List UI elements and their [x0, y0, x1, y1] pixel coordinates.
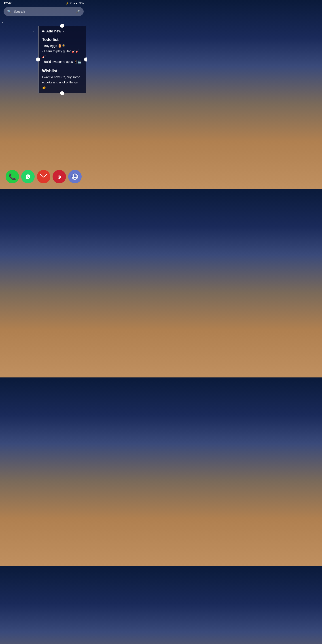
email-svg — [40, 174, 47, 179]
svg-rect-3 — [58, 174, 60, 175]
search-bar[interactable]: 🔍 Search 🎤 — [4, 7, 84, 16]
svg-point-5 — [58, 176, 60, 178]
wishlist-title: Wishlist — [42, 69, 82, 73]
add-new-button[interactable]: Add new » — [42, 29, 82, 33]
signal-icon: ▲▲ — [73, 2, 78, 4]
todo-item-2: - Learn to play guitar 🎸🎸🎸 — [42, 49, 82, 60]
search-placeholder: Search — [14, 10, 74, 14]
location-icon: ▼ — [70, 2, 72, 4]
dock-whatsapp-icon[interactable] — [21, 170, 35, 183]
dock: 📞 — [0, 166, 87, 189]
wishlist-section: Wishlist I want a new PC, buy some ebook… — [42, 69, 82, 90]
clock: 12:47 — [4, 1, 12, 5]
resize-handle-top[interactable] — [60, 24, 64, 28]
camera-svg — [56, 174, 63, 180]
dock-camera-icon[interactable] — [52, 170, 66, 183]
dock-browser-icon[interactable] — [68, 170, 82, 183]
status-icons: ⚡ ▼ ▲▲ 57% — [66, 2, 84, 5]
resize-handle-right[interactable] — [84, 58, 87, 62]
todo-item-3: - Build awesome apps 📱💻 — [42, 59, 82, 64]
todo-title: Todo list — [42, 37, 82, 42]
status-bar: 12:47 ⚡ ▼ ▲▲ 57% — [0, 0, 87, 6]
notes-widget: Add new » Todo list - Buy eggs 🥚🍳 - Lear… — [38, 26, 86, 93]
microphone-icon: 🎤 — [76, 10, 80, 14]
widget-wrapper: Add new » Todo list - Buy eggs 🥚🍳 - Lear… — [38, 24, 86, 95]
resize-handle-left[interactable] — [36, 58, 40, 62]
pencil-icon — [42, 29, 45, 33]
whatsapp-svg — [24, 173, 32, 180]
battery-text: 57% — [79, 2, 84, 4]
resize-handle-bottom[interactable] — [60, 91, 64, 95]
wishlist-text: I want a new PC, buy some ebooks and a l… — [42, 75, 82, 90]
todo-item-1: - Buy eggs 🥚🍳 — [42, 44, 82, 49]
browser-svg — [71, 173, 79, 181]
add-new-label: Add new » — [46, 29, 64, 33]
bluetooth-icon: ⚡ — [66, 2, 69, 5]
search-icon: 🔍 — [7, 10, 12, 14]
dock-email-icon[interactable] — [37, 170, 50, 183]
dock-phone-icon[interactable]: 📞 — [6, 170, 19, 183]
